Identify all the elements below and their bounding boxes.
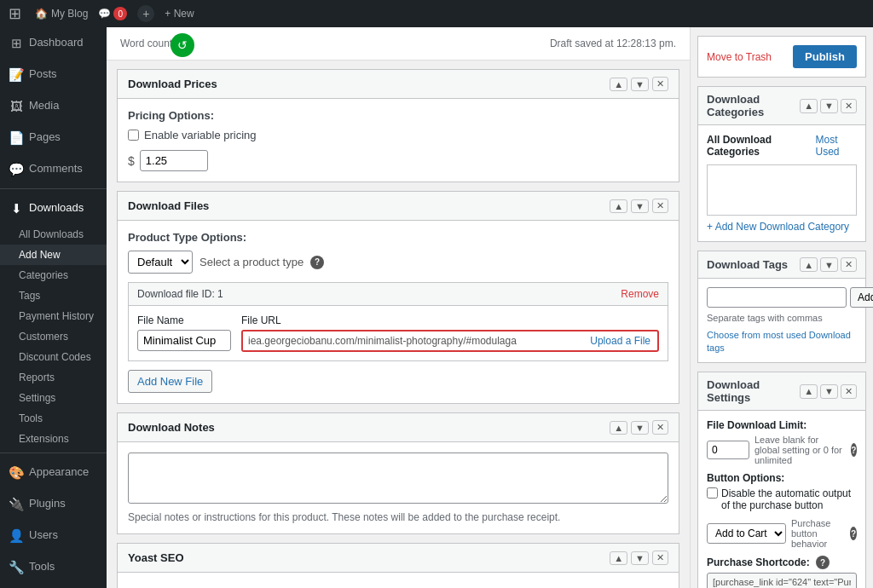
price-input[interactable] <box>140 150 208 171</box>
shortcode-input[interactable] <box>707 573 857 588</box>
download-tags-panel: Download Tags ▲ ▼ ✕ Add Separate tags wi… <box>697 251 866 363</box>
sidebar-sub-categories[interactable]: Categories <box>0 265 107 285</box>
panel-up-button[interactable]: ▲ <box>610 78 627 91</box>
file-name-field: File Name <box>137 314 231 352</box>
categories-controls: ▲ ▼ ✕ <box>800 99 857 113</box>
download-prices-body: Pricing Options: Enable variable pricing… <box>118 99 679 182</box>
tags-close-button[interactable]: ✕ <box>841 257 857 272</box>
file-url-input[interactable] <box>243 331 583 350</box>
sidebar-sub-discount-codes[interactable]: Discount Codes <box>0 347 107 367</box>
sidebar-item-users[interactable]: 👤 Users <box>0 520 107 551</box>
tags-up-button[interactable]: ▲ <box>800 257 818 272</box>
tag-input[interactable] <box>707 287 847 308</box>
new-content-button[interactable]: + <box>137 5 154 22</box>
files-panel-close-button[interactable]: ✕ <box>652 199 668 213</box>
draft-bar: Word count: 25 ↺ Draft saved at 12:28:13… <box>107 27 690 61</box>
yoast-seo-body <box>118 573 679 588</box>
settings-close-button[interactable]: ✕ <box>841 384 857 399</box>
comments-notif[interactable]: 💬 0 <box>98 7 127 20</box>
variable-pricing-row: Enable variable pricing <box>128 129 668 141</box>
sidebar-item-posts[interactable]: 📝 Posts <box>0 59 107 90</box>
shortcode-help-icon[interactable]: ? <box>816 556 830 569</box>
upload-file-button[interactable]: Upload a File <box>583 331 657 350</box>
download-files-header: Download Files ▲ ▼ ✕ <box>118 192 679 221</box>
notes-panel-down-button[interactable]: ▼ <box>631 421 649 435</box>
sidebar-item-settings[interactable]: ⚙ Settings <box>0 583 107 588</box>
download-notes-header: Download Notes ▲ ▼ ✕ <box>118 413 679 442</box>
disable-purchase-checkbox[interactable] <box>707 487 718 499</box>
add-new-file-button[interactable]: Add New File <box>128 370 212 393</box>
add-new-category-link[interactable]: + Add New Download Category <box>707 221 849 233</box>
select-product-hint: Select a product type <box>199 256 304 268</box>
download-tags-header: Download Tags ▲ ▼ ✕ <box>698 251 865 279</box>
sidebar-sub-customers[interactable]: Customers <box>0 326 107 347</box>
categories-close-button[interactable]: ✕ <box>841 99 857 113</box>
panel-controls-notes: ▲ ▼ ✕ <box>610 420 668 435</box>
sidebar-item-comments[interactable]: 💬 Comments <box>0 153 107 185</box>
add-to-cart-select[interactable]: Add to Cart <box>707 523 786 544</box>
yoast-panel-up-button[interactable]: ▲ <box>610 551 627 565</box>
sidebar-item-plugins[interactable]: 🔌 Plugins <box>0 488 107 520</box>
sidebar-item-pages[interactable]: 📄 Pages <box>0 122 107 153</box>
publish-button[interactable]: Publish <box>793 45 857 68</box>
files-panel-up-button[interactable]: ▲ <box>610 199 627 213</box>
product-type-label: Product Type Options: <box>128 231 668 244</box>
sidebar-sub-add-new[interactable]: Add New <box>0 245 107 265</box>
file-limit-input[interactable] <box>707 441 749 459</box>
notes-panel-up-button[interactable]: ▲ <box>610 421 627 435</box>
purchase-behavior-help-icon[interactable]: ? <box>850 527 857 540</box>
tab-all-categories[interactable]: All Download Categories <box>707 134 809 158</box>
download-categories-panel: Download Categories ▲ ▼ ✕ All Download C… <box>697 86 866 242</box>
categories-up-button[interactable]: ▲ <box>800 99 818 113</box>
tags-down-button[interactable]: ▼ <box>820 257 838 272</box>
product-type-row: Default Select a product type ? <box>128 251 668 274</box>
product-type-select[interactable]: Default <box>128 251 193 274</box>
file-name-input[interactable] <box>137 330 231 351</box>
panel-close-button[interactable]: ✕ <box>652 77 668 91</box>
notes-textarea[interactable] <box>128 453 668 504</box>
file-limit-help-icon[interactable]: ? <box>851 443 857 457</box>
file-limit-hint: Leave blank for global setting or 0 for … <box>754 435 846 465</box>
new-label[interactable]: + New <box>165 8 194 20</box>
sidebar-item-dashboard[interactable]: ⊞ Dashboard <box>0 27 107 59</box>
wp-logo-icon[interactable]: ⊞ <box>9 4 21 23</box>
move-to-trash-link[interactable]: Move to Trash <box>707 51 772 63</box>
sidebar: ⊞ Dashboard 📝 Posts 🖼 Media 📄 Pages 💬 Co… <box>0 27 107 588</box>
sidebar-item-media[interactable]: 🖼 Media <box>0 90 107 122</box>
sidebar-sub-reports[interactable]: Reports <box>0 367 107 388</box>
sidebar-sub-extensions[interactable]: Extensions <box>0 429 107 449</box>
settings-down-button[interactable]: ▼ <box>820 384 838 399</box>
download-settings-header: Download Settings ▲ ▼ ✕ <box>698 372 865 411</box>
sidebar-item-downloads[interactable]: ⬇ Downloads <box>0 193 107 224</box>
add-tag-button[interactable]: Add <box>850 287 873 308</box>
sidebar-sub-tools[interactable]: Tools <box>0 408 107 429</box>
sidebar-item-tools[interactable]: 🔧 Tools <box>0 551 107 583</box>
sidebar-sub-all-downloads[interactable]: All Downloads <box>0 224 107 245</box>
panel-down-button[interactable]: ▼ <box>631 78 649 91</box>
help-icon[interactable]: ? <box>310 256 324 269</box>
download-prices-header: Download Prices ▲ ▼ ✕ <box>118 70 679 99</box>
files-panel-down-button[interactable]: ▼ <box>631 199 649 213</box>
settings-up-button[interactable]: ▲ <box>800 384 818 399</box>
variable-pricing-checkbox[interactable] <box>128 130 139 141</box>
my-blog-link[interactable]: 🏠 My Blog <box>35 8 88 20</box>
file-block-body: File Name File URL Upload a File <box>129 306 668 360</box>
remove-file-button[interactable]: Remove <box>621 288 659 300</box>
sidebar-sub-payment-history[interactable]: Payment History <box>0 306 107 326</box>
notes-panel-close-button[interactable]: ✕ <box>652 420 668 435</box>
panel-controls-yoast: ▲ ▼ ✕ <box>610 551 668 565</box>
sidebar-item-appearance[interactable]: 🎨 Appearance <box>0 457 107 488</box>
pages-icon: 📄 <box>9 129 24 147</box>
sidebar-sub-settings[interactable]: Settings <box>0 388 107 408</box>
choose-tags-link[interactable]: Choose from most used Download tags <box>707 330 851 353</box>
settings-controls: ▲ ▼ ✕ <box>800 384 857 399</box>
sidebar-sub-tags[interactable]: Tags <box>0 285 107 306</box>
comment-icon: 💬 <box>98 8 111 20</box>
purchase-behavior-label: Purchase button behavior <box>791 518 845 549</box>
yoast-panel-down-button[interactable]: ▼ <box>631 551 649 565</box>
loading-indicator: ↺ <box>171 33 194 57</box>
tab-most-used[interactable]: Most Used <box>816 134 858 158</box>
main-content: Word count: 25 ↺ Draft saved at 12:28:13… <box>107 27 690 588</box>
categories-down-button[interactable]: ▼ <box>820 99 838 113</box>
yoast-panel-close-button[interactable]: ✕ <box>652 551 668 565</box>
